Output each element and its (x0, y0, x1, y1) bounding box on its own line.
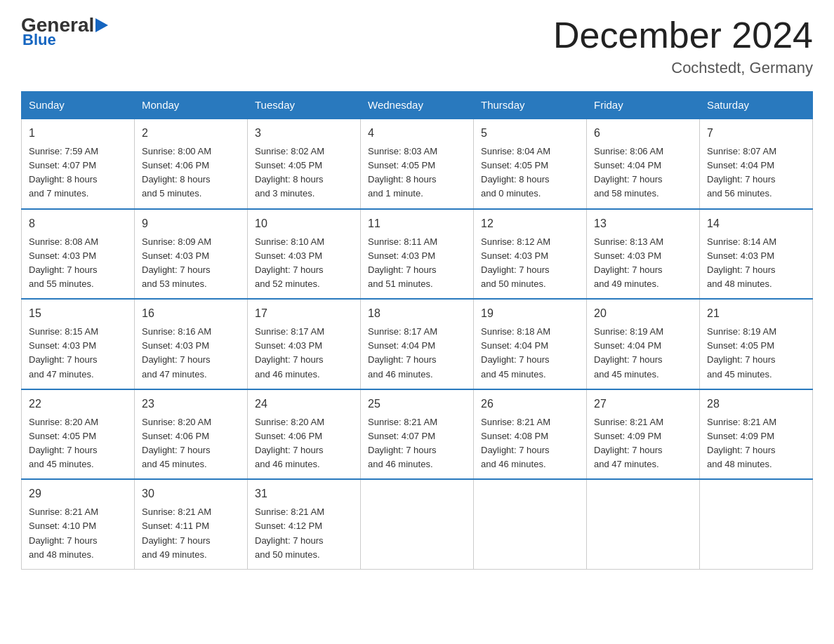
day-info: Sunrise: 8:09 AM Sunset: 4:03 PM Dayligh… (142, 235, 240, 292)
day-number: 24 (255, 396, 353, 412)
day-number: 5 (481, 125, 579, 142)
day-info: Sunrise: 8:15 AM Sunset: 4:03 PM Dayligh… (29, 325, 127, 382)
title-area: December 2024 Cochstedt, Germany (553, 14, 813, 77)
calendar-cell: 3Sunrise: 8:02 AM Sunset: 4:05 PM Daylig… (248, 119, 361, 209)
calendar-week-row: 29Sunrise: 8:21 AM Sunset: 4:10 PM Dayli… (22, 479, 813, 569)
day-info: Sunrise: 8:03 AM Sunset: 4:05 PM Dayligh… (368, 145, 466, 201)
day-number: 29 (29, 485, 127, 502)
calendar-cell: 21Sunrise: 8:19 AM Sunset: 4:05 PM Dayli… (700, 299, 813, 389)
day-number: 19 (481, 305, 579, 322)
day-info: Sunrise: 8:02 AM Sunset: 4:05 PM Dayligh… (255, 145, 353, 201)
calendar-cell: 31Sunrise: 8:21 AM Sunset: 4:12 PM Dayli… (248, 479, 361, 569)
day-number: 3 (255, 125, 353, 142)
calendar-cell: 25Sunrise: 8:21 AM Sunset: 4:07 PM Dayli… (361, 389, 474, 480)
calendar-cell: 5Sunrise: 8:04 AM Sunset: 4:05 PM Daylig… (474, 119, 587, 209)
day-info: Sunrise: 8:20 AM Sunset: 4:05 PM Dayligh… (29, 415, 127, 472)
day-number: 26 (481, 396, 579, 412)
day-number: 2 (142, 125, 240, 142)
calendar-cell: 12Sunrise: 8:12 AM Sunset: 4:03 PM Dayli… (474, 209, 587, 300)
day-info: Sunrise: 8:21 AM Sunset: 4:07 PM Dayligh… (368, 415, 466, 472)
day-number: 10 (255, 215, 353, 232)
day-info: Sunrise: 8:20 AM Sunset: 4:06 PM Dayligh… (255, 415, 353, 472)
page-header: General Blue December 2024 Cochstedt, Ge… (21, 14, 813, 77)
day-info: Sunrise: 8:00 AM Sunset: 4:06 PM Dayligh… (142, 145, 240, 201)
day-info: Sunrise: 8:20 AM Sunset: 4:06 PM Dayligh… (142, 415, 240, 472)
column-header-friday: Friday (587, 92, 700, 119)
calendar-cell: 1Sunrise: 7:59 AM Sunset: 4:07 PM Daylig… (22, 119, 135, 209)
month-title: December 2024 (553, 14, 813, 56)
calendar-cell: 18Sunrise: 8:17 AM Sunset: 4:04 PM Dayli… (361, 299, 474, 389)
day-info: Sunrise: 8:17 AM Sunset: 4:04 PM Dayligh… (368, 325, 466, 382)
day-number: 21 (707, 305, 805, 322)
day-number: 25 (368, 396, 466, 412)
column-header-wednesday: Wednesday (361, 92, 474, 119)
calendar-cell: 11Sunrise: 8:11 AM Sunset: 4:03 PM Dayli… (361, 209, 474, 300)
day-info: Sunrise: 8:21 AM Sunset: 4:10 PM Dayligh… (29, 505, 127, 562)
calendar-cell: 8Sunrise: 8:08 AM Sunset: 4:03 PM Daylig… (22, 209, 135, 300)
calendar-cell: 14Sunrise: 8:14 AM Sunset: 4:03 PM Dayli… (700, 209, 813, 300)
calendar-cell: 29Sunrise: 8:21 AM Sunset: 4:10 PM Dayli… (22, 479, 135, 569)
column-header-thursday: Thursday (474, 92, 587, 119)
day-info: Sunrise: 8:14 AM Sunset: 4:03 PM Dayligh… (707, 235, 805, 292)
calendar-cell: 26Sunrise: 8:21 AM Sunset: 4:08 PM Dayli… (474, 389, 587, 480)
day-number: 17 (255, 305, 353, 322)
day-info: Sunrise: 8:08 AM Sunset: 4:03 PM Dayligh… (29, 235, 127, 292)
day-info: Sunrise: 8:17 AM Sunset: 4:03 PM Dayligh… (255, 325, 353, 382)
location-title: Cochstedt, Germany (553, 59, 813, 77)
calendar-week-row: 1Sunrise: 7:59 AM Sunset: 4:07 PM Daylig… (22, 119, 813, 209)
day-number: 28 (707, 396, 805, 412)
column-header-tuesday: Tuesday (248, 92, 361, 119)
day-number: 12 (481, 215, 579, 232)
calendar-cell: 9Sunrise: 8:09 AM Sunset: 4:03 PM Daylig… (135, 209, 248, 300)
calendar-week-row: 15Sunrise: 8:15 AM Sunset: 4:03 PM Dayli… (22, 299, 813, 389)
calendar-cell: 19Sunrise: 8:18 AM Sunset: 4:04 PM Dayli… (474, 299, 587, 389)
day-number: 27 (594, 396, 692, 412)
calendar-cell: 15Sunrise: 8:15 AM Sunset: 4:03 PM Dayli… (22, 299, 135, 389)
day-number: 1 (29, 125, 127, 142)
logo-blue: Blue (22, 31, 56, 49)
calendar-cell: 16Sunrise: 8:16 AM Sunset: 4:03 PM Dayli… (135, 299, 248, 389)
calendar-cell: 27Sunrise: 8:21 AM Sunset: 4:09 PM Dayli… (587, 389, 700, 480)
calendar-cell: 22Sunrise: 8:20 AM Sunset: 4:05 PM Dayli… (22, 389, 135, 480)
day-info: Sunrise: 8:19 AM Sunset: 4:05 PM Dayligh… (707, 325, 805, 382)
day-number: 4 (368, 125, 466, 142)
calendar-week-row: 8Sunrise: 8:08 AM Sunset: 4:03 PM Daylig… (22, 209, 813, 300)
day-info: Sunrise: 8:10 AM Sunset: 4:03 PM Dayligh… (255, 235, 353, 292)
logo: General Blue (21, 14, 110, 49)
day-info: Sunrise: 8:04 AM Sunset: 4:05 PM Dayligh… (481, 145, 579, 201)
day-number: 6 (594, 125, 692, 142)
column-header-sunday: Sunday (22, 92, 135, 119)
day-info: Sunrise: 8:07 AM Sunset: 4:04 PM Dayligh… (707, 145, 805, 201)
day-info: Sunrise: 8:12 AM Sunset: 4:03 PM Dayligh… (481, 235, 579, 292)
day-info: Sunrise: 7:59 AM Sunset: 4:07 PM Dayligh… (29, 145, 127, 201)
svg-marker-0 (95, 18, 108, 32)
day-number: 8 (29, 215, 127, 232)
day-number: 9 (142, 215, 240, 232)
day-info: Sunrise: 8:13 AM Sunset: 4:03 PM Dayligh… (594, 235, 692, 292)
day-number: 31 (255, 485, 353, 502)
logo-arrow-icon (95, 14, 108, 36)
calendar-cell: 20Sunrise: 8:19 AM Sunset: 4:04 PM Dayli… (587, 299, 700, 389)
day-number: 18 (368, 305, 466, 322)
calendar-cell: 10Sunrise: 8:10 AM Sunset: 4:03 PM Dayli… (248, 209, 361, 300)
calendar-cell: 23Sunrise: 8:20 AM Sunset: 4:06 PM Dayli… (135, 389, 248, 480)
day-info: Sunrise: 8:06 AM Sunset: 4:04 PM Dayligh… (594, 145, 692, 201)
calendar-cell: 6Sunrise: 8:06 AM Sunset: 4:04 PM Daylig… (587, 119, 700, 209)
day-number: 7 (707, 125, 805, 142)
day-info: Sunrise: 8:16 AM Sunset: 4:03 PM Dayligh… (142, 325, 240, 382)
day-number: 20 (594, 305, 692, 322)
calendar-cell: 7Sunrise: 8:07 AM Sunset: 4:04 PM Daylig… (700, 119, 813, 209)
day-info: Sunrise: 8:18 AM Sunset: 4:04 PM Dayligh… (481, 325, 579, 382)
calendar-cell: 13Sunrise: 8:13 AM Sunset: 4:03 PM Dayli… (587, 209, 700, 300)
day-number: 11 (368, 215, 466, 232)
calendar-cell (474, 479, 587, 569)
calendar-cell: 4Sunrise: 8:03 AM Sunset: 4:05 PM Daylig… (361, 119, 474, 209)
column-header-monday: Monday (135, 92, 248, 119)
day-info: Sunrise: 8:11 AM Sunset: 4:03 PM Dayligh… (368, 235, 466, 292)
day-number: 16 (142, 305, 240, 322)
day-info: Sunrise: 8:21 AM Sunset: 4:08 PM Dayligh… (481, 415, 579, 472)
day-number: 23 (142, 396, 240, 412)
day-info: Sunrise: 8:19 AM Sunset: 4:04 PM Dayligh… (594, 325, 692, 382)
day-number: 14 (707, 215, 805, 232)
day-number: 22 (29, 396, 127, 412)
